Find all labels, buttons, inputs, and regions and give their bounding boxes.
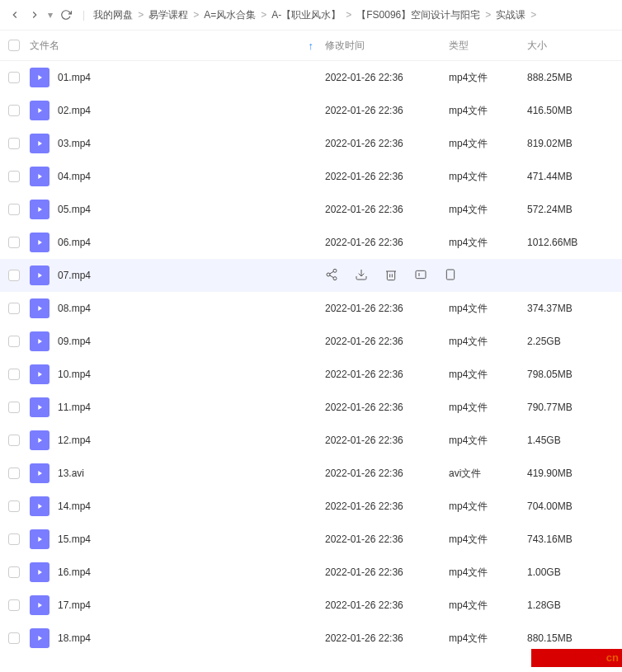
video-file-icon <box>30 628 49 648</box>
table-row[interactable]: 04.mp42022-01-26 22:36mp4文件471.44MB <box>0 160 622 193</box>
breadcrumb-item[interactable]: 实战课 <box>496 8 525 22</box>
file-time: 2022-01-26 22:36 <box>325 72 449 83</box>
divider: | <box>78 9 90 21</box>
row-checkbox[interactable] <box>8 204 20 215</box>
sort-indicator-icon[interactable]: ↑ <box>309 40 314 52</box>
table-row[interactable]: 15.mp42022-01-26 22:36mp4文件743.16MB <box>0 523 622 556</box>
table-row[interactable]: 16.mp42022-01-26 22:36mp4文件1.00GB <box>0 556 622 589</box>
row-checkbox[interactable] <box>8 566 20 578</box>
back-button[interactable] <box>7 7 23 23</box>
file-name[interactable]: 06.mp4 <box>58 237 91 248</box>
delete-icon[interactable] <box>384 268 398 284</box>
table-row[interactable]: 17.mp42022-01-26 22:36mp4文件1.28GB <box>0 589 622 622</box>
row-checkbox[interactable] <box>8 171 20 182</box>
table-row[interactable]: 03.mp42022-01-26 22:36mp4文件819.02MB <box>0 127 622 160</box>
table-row[interactable]: 10.mp42022-01-26 22:36mp4文件798.05MB <box>0 358 622 391</box>
table-header: 文件名↑ 修改时间 类型 大小 <box>0 30 622 61</box>
file-size: 1.45GB <box>527 435 622 446</box>
video-file-icon <box>30 200 49 219</box>
col-size-label[interactable]: 大小 <box>527 40 547 51</box>
file-name[interactable]: 11.mp4 <box>58 402 91 413</box>
file-name[interactable]: 05.mp4 <box>58 204 91 215</box>
file-name[interactable]: 12.mp4 <box>58 435 91 446</box>
col-type-label[interactable]: 类型 <box>449 40 469 51</box>
row-checkbox[interactable] <box>8 336 20 347</box>
file-name[interactable]: 07.mp4 <box>58 270 91 281</box>
table-row[interactable]: 06.mp42022-01-26 22:36mp4文件1012.66MB <box>0 226 622 259</box>
row-checkbox[interactable] <box>8 632 20 644</box>
svg-rect-10 <box>446 270 454 280</box>
col-name-label[interactable]: 文件名 <box>30 39 59 53</box>
table-row[interactable]: 08.mp42022-01-26 22:36mp4文件374.37MB <box>0 292 622 325</box>
file-size: 880.15MB <box>527 632 622 644</box>
file-name[interactable]: 17.mp4 <box>58 599 91 611</box>
table-row[interactable]: 07.mp4 <box>0 259 622 292</box>
file-name[interactable]: 03.mp4 <box>58 138 91 149</box>
breadcrumb-item[interactable]: 我的网盘 <box>93 8 133 22</box>
row-checkbox[interactable] <box>8 500 20 512</box>
file-name[interactable]: 18.mp4 <box>58 632 91 644</box>
row-checkbox[interactable] <box>8 468 20 479</box>
rename-icon[interactable] <box>414 268 427 284</box>
select-all-checkbox[interactable] <box>8 40 20 51</box>
file-size: 1.28GB <box>527 599 622 611</box>
row-checkbox[interactable] <box>8 72 20 83</box>
col-time-label[interactable]: 修改时间 <box>325 40 365 51</box>
table-row[interactable]: 11.mp42022-01-26 22:36mp4文件790.77MB <box>0 391 622 424</box>
dropdown-indicator[interactable]: ▾ <box>46 9 54 21</box>
breadcrumb-item[interactable]: 【FS0096】空间设计与阳宅 <box>356 8 480 22</box>
video-file-icon <box>30 68 49 87</box>
file-type: mp4文件 <box>449 632 527 646</box>
refresh-button[interactable] <box>58 7 74 23</box>
row-checkbox[interactable] <box>8 402 20 413</box>
table-row[interactable]: 18.mp42022-01-26 22:36mp4文件880.15MB <box>0 622 622 655</box>
table-row[interactable]: 02.mp42022-01-26 22:36mp4文件416.50MB <box>0 94 622 127</box>
file-name[interactable]: 16.mp4 <box>58 566 91 578</box>
forward-button[interactable] <box>26 7 43 23</box>
file-name[interactable]: 15.mp4 <box>58 533 91 545</box>
file-name[interactable]: 08.mp4 <box>58 303 91 314</box>
file-size: 572.24MB <box>527 204 622 215</box>
file-size: 743.16MB <box>527 533 622 545</box>
row-checkbox[interactable] <box>8 105 20 116</box>
file-size: 790.77MB <box>527 402 622 413</box>
file-type: mp4文件 <box>449 203 527 217</box>
more-icon[interactable] <box>444 268 457 284</box>
file-time: 2022-01-26 22:36 <box>325 500 449 512</box>
file-name[interactable]: 01.mp4 <box>58 72 91 83</box>
row-checkbox[interactable] <box>8 369 20 380</box>
breadcrumb-item[interactable]: A=风水合集 <box>204 8 256 22</box>
row-checkbox[interactable] <box>8 599 20 611</box>
row-checkbox[interactable] <box>8 435 20 446</box>
breadcrumb-separator: > <box>485 9 491 21</box>
table-row[interactable]: 12.mp42022-01-26 22:36mp4文件1.45GB <box>0 424 622 457</box>
table-row[interactable]: 01.mp42022-01-26 22:36mp4文件888.25MB <box>0 61 622 94</box>
row-checkbox[interactable] <box>8 270 20 281</box>
row-checkbox[interactable] <box>8 533 20 545</box>
row-checkbox[interactable] <box>8 237 20 248</box>
svg-point-2 <box>333 276 337 280</box>
file-name[interactable]: 10.mp4 <box>58 369 91 380</box>
file-type: mp4文件 <box>449 500 527 514</box>
file-size: 798.05MB <box>527 369 622 380</box>
file-name[interactable]: 02.mp4 <box>58 105 91 116</box>
download-icon[interactable] <box>355 268 368 284</box>
table-row[interactable]: 13.avi2022-01-26 22:36avi文件419.90MB <box>0 457 622 490</box>
share-icon[interactable] <box>325 268 338 284</box>
table-row[interactable]: 14.mp42022-01-26 22:36mp4文件704.00MB <box>0 490 622 523</box>
table-row[interactable]: 09.mp42022-01-26 22:36mp4文件2.25GB <box>0 325 622 358</box>
file-name[interactable]: 04.mp4 <box>58 171 91 182</box>
file-type: mp4文件 <box>449 335 527 349</box>
breadcrumb-item[interactable]: 易学课程 <box>148 8 188 22</box>
file-name[interactable]: 09.mp4 <box>58 336 91 347</box>
table-row[interactable]: 05.mp42022-01-26 22:36mp4文件572.24MB <box>0 193 622 226</box>
file-type: mp4文件 <box>449 566 527 580</box>
row-checkbox[interactable] <box>8 303 20 314</box>
svg-line-4 <box>330 271 334 274</box>
file-name[interactable]: 13.avi <box>58 468 84 479</box>
file-time: 2022-01-26 22:36 <box>325 204 449 215</box>
row-checkbox[interactable] <box>8 138 20 149</box>
file-name[interactable]: 14.mp4 <box>58 500 91 512</box>
video-file-icon <box>30 233 49 252</box>
breadcrumb-item[interactable]: A-【职业风水】 <box>271 8 341 22</box>
